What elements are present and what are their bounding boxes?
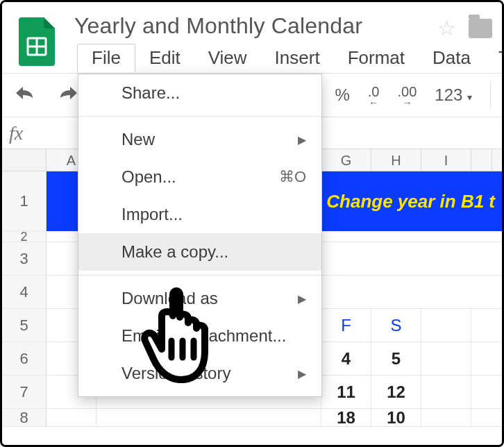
menu-item-make-a-copy-label: Make a copy... <box>121 242 228 262</box>
col-header-G[interactable]: G <box>321 149 371 171</box>
row-header-3[interactable]: 3 <box>2 242 47 275</box>
cell-A8[interactable] <box>47 409 96 426</box>
folder-icon[interactable] <box>469 19 492 38</box>
cell-I5[interactable] <box>421 309 471 341</box>
cell-H5[interactable]: S <box>371 309 421 341</box>
menu-data[interactable]: Data <box>419 44 485 71</box>
menu-item-import-label: Import... <box>121 205 183 224</box>
menu-item-share[interactable]: Share... <box>78 74 321 112</box>
menu-item-import[interactable]: Import... <box>78 196 321 233</box>
menu-tools[interactable]: To <box>485 44 504 71</box>
menu-view[interactable]: View <box>194 44 261 71</box>
cell-G6[interactable]: 4 <box>321 342 371 375</box>
left-arrow-icon: ← <box>369 100 378 106</box>
increase-decimal[interactable]: .00 → <box>397 84 417 106</box>
row-header-5[interactable]: 5 <box>2 309 47 341</box>
cell-I7[interactable] <box>421 376 471 408</box>
sheets-logo <box>19 17 55 66</box>
menu-insert[interactable]: Insert <box>261 44 334 71</box>
menu-item-new[interactable]: New ▶ <box>78 121 321 158</box>
menu-item-open[interactable]: Open... ⌘O <box>78 158 321 196</box>
select-all-corner[interactable] <box>2 149 47 171</box>
decrease-decimal[interactable]: .0 ← <box>368 84 380 106</box>
menu-edit[interactable]: Edit <box>135 44 194 71</box>
submenu-caret-icon: ▶ <box>298 292 306 305</box>
banner-text: Change year in B1 t <box>326 191 495 212</box>
cell-G5[interactable]: F <box>321 309 371 341</box>
submenu-caret-icon: ▶ <box>298 367 306 380</box>
menubar: File Edit View Insert Format Data To <box>2 42 502 73</box>
cell-I6[interactable] <box>421 342 471 375</box>
col-header-partial[interactable] <box>471 149 492 171</box>
cell-H7[interactable]: 12 <box>371 376 421 408</box>
row-header-6[interactable]: 6 <box>2 342 47 375</box>
menu-item-share-label: Share... <box>121 83 180 103</box>
col-header-I[interactable]: I <box>421 149 471 171</box>
hand-cursor-icon <box>138 282 228 389</box>
star-icon[interactable]: ☆ <box>437 16 456 40</box>
cell-H6[interactable]: 5 <box>371 342 421 375</box>
format-percent[interactable]: % <box>335 85 349 105</box>
row-header-7[interactable]: 7 <box>2 376 47 408</box>
right-arrow-icon: → <box>402 100 412 106</box>
cell-G8[interactable]: 18 <box>321 409 371 426</box>
undo-icon[interactable] <box>15 85 37 105</box>
menu-item-open-label: Open... <box>121 167 176 187</box>
menu-item-new-label: New <box>121 130 155 149</box>
toolbar-separator <box>490 81 491 109</box>
col-header-H[interactable]: H <box>371 149 421 171</box>
cell-wide-8[interactable] <box>96 409 321 426</box>
menu-item-make-a-copy[interactable]: Make a copy... <box>78 233 321 271</box>
cell-G7[interactable]: 11 <box>321 376 371 408</box>
cell-H8[interactable]: 10 <box>371 409 421 426</box>
row-header-1[interactable]: 1 <box>2 171 47 230</box>
menu-separator <box>78 275 321 276</box>
menu-format[interactable]: Format <box>334 44 419 71</box>
document-title[interactable]: Yearly and Monthly Calendar <box>74 12 437 39</box>
menu-separator <box>78 116 321 117</box>
row-header-2[interactable]: 2 <box>2 231 47 242</box>
submenu-caret-icon: ▶ <box>298 133 306 146</box>
number-format[interactable]: 123 ▾ <box>435 85 472 105</box>
cell-I8[interactable] <box>421 409 471 426</box>
menu-file[interactable]: File <box>77 44 135 72</box>
row-header-8[interactable]: 8 <box>2 409 47 426</box>
menu-item-open-shortcut: ⌘O <box>279 168 306 186</box>
redo-icon[interactable] <box>56 85 78 105</box>
row-header-4[interactable]: 4 <box>2 276 47 308</box>
fx-label: fx <box>9 122 23 144</box>
